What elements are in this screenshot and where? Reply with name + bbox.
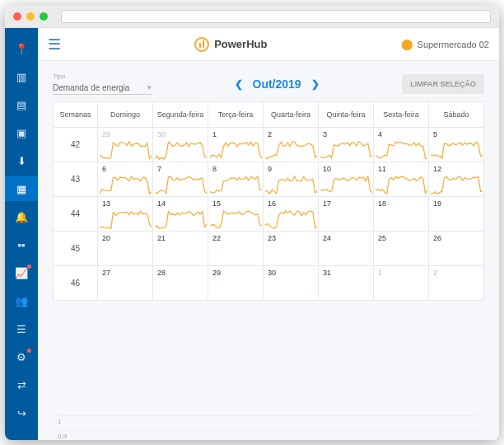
day-number: 30 bbox=[268, 269, 276, 277]
month-label[interactable]: Out/2019 bbox=[253, 77, 301, 91]
calendar-day[interactable]: 14 bbox=[153, 197, 208, 232]
day-number: 26 bbox=[433, 234, 441, 242]
day-number: 27 bbox=[102, 269, 110, 277]
grid-icon[interactable]: ▪▪ bbox=[5, 232, 38, 257]
prev-month-button[interactable]: ❮ bbox=[235, 78, 243, 90]
day-number: 21 bbox=[157, 234, 166, 242]
calendar-header: Sexta-feira bbox=[373, 102, 428, 128]
calendar-day[interactable]: 11 bbox=[373, 162, 428, 197]
day-number: 15 bbox=[212, 199, 221, 208]
day-number: 29 bbox=[212, 269, 221, 277]
day-number: 22 bbox=[212, 234, 221, 242]
day-number: 5 bbox=[433, 130, 437, 138]
day-number: 9 bbox=[268, 165, 272, 173]
gears-icon[interactable]: ⚙ bbox=[5, 344, 38, 369]
calendar-day[interactable]: 27 bbox=[98, 266, 153, 301]
location-selector[interactable]: ⬤ Supermercado 02 bbox=[401, 38, 489, 50]
calendar-day[interactable]: 20 bbox=[98, 232, 153, 266]
next-month-button[interactable]: ❯ bbox=[311, 78, 320, 90]
calendar-day[interactable]: 16 bbox=[263, 197, 318, 232]
calendar-day[interactable]: 24 bbox=[318, 232, 373, 266]
topbar: ☰ PowerHub ⬤ Supermercado 02 bbox=[38, 28, 499, 61]
calendar-header: Semanas bbox=[54, 102, 98, 128]
day-number: 1 bbox=[212, 130, 217, 138]
calendar-day[interactable]: 5 bbox=[428, 128, 483, 162]
calendar-header: Quinta-feira bbox=[318, 102, 373, 128]
calendar-icon[interactable]: ▦ bbox=[5, 176, 38, 201]
logout-icon[interactable]: ↪ bbox=[5, 400, 38, 425]
calendar-day[interactable]: 30 bbox=[263, 266, 318, 301]
calendar-day[interactable]: 8 bbox=[208, 162, 263, 197]
type-select[interactable]: Demanda de energia bbox=[53, 82, 152, 95]
sidebar: 📍▥▤▣⬇▦🔔▪▪📈👥☰⚙⇄↪ bbox=[5, 28, 38, 440]
week-number: 43 bbox=[54, 162, 98, 197]
window-maximize-icon[interactable] bbox=[40, 12, 48, 21]
swap-icon[interactable]: ⇄ bbox=[5, 372, 38, 397]
calendar-day[interactable]: 15 bbox=[208, 197, 263, 232]
week-number: 46 bbox=[54, 266, 98, 301]
calendar-day[interactable]: 26 bbox=[428, 232, 483, 266]
clear-selection-button[interactable]: LIMPAR SELEÇÃO bbox=[402, 74, 484, 94]
sliders-icon[interactable]: ☰ bbox=[5, 316, 38, 341]
calendar-day[interactable]: 28 bbox=[153, 266, 208, 301]
day-number: 25 bbox=[378, 234, 386, 242]
calendar-wrapper: SemanasDomingoSegunda-feiraTerça-feiraQu… bbox=[38, 101, 499, 410]
chart-footer: 1 0,9 bbox=[38, 410, 499, 440]
calendar-day[interactable]: 25 bbox=[373, 232, 428, 266]
window-close-icon[interactable] bbox=[13, 12, 21, 21]
location-pin-icon: ⬤ bbox=[401, 38, 413, 50]
calendar-day[interactable]: 18 bbox=[373, 197, 428, 232]
week-number: 44 bbox=[54, 197, 98, 232]
calendar-table: SemanasDomingoSegunda-feiraTerça-feiraQu… bbox=[53, 101, 484, 301]
document-icon[interactable]: ▤ bbox=[5, 92, 38, 117]
day-number: 24 bbox=[323, 234, 331, 242]
menu-icon[interactable]: ☰ bbox=[48, 35, 61, 54]
calendar-day[interactable]: 13 bbox=[98, 197, 153, 232]
pin-icon[interactable]: 📍 bbox=[5, 36, 38, 61]
day-number: 19 bbox=[433, 199, 441, 208]
url-bar[interactable] bbox=[61, 10, 491, 23]
day-number: 17 bbox=[323, 199, 331, 208]
day-number: 20 bbox=[102, 234, 110, 242]
calendar-day[interactable]: 2 bbox=[428, 266, 483, 301]
app-body: 📍▥▤▣⬇▦🔔▪▪📈👥☰⚙⇄↪ ☰ PowerHub ⬤ Supermercad… bbox=[5, 28, 499, 440]
calendar-day[interactable]: 10 bbox=[318, 162, 373, 197]
calendar-header: Domingo bbox=[98, 102, 153, 128]
brand-logo-icon bbox=[194, 37, 209, 52]
calendar-day[interactable]: 23 bbox=[263, 232, 318, 266]
day-number: 1 bbox=[378, 269, 382, 277]
day-number: 11 bbox=[378, 165, 386, 173]
line-chart-icon[interactable]: 📈 bbox=[5, 260, 38, 285]
calendar-day[interactable]: 1 bbox=[208, 128, 263, 162]
calendar-day[interactable]: 29 bbox=[98, 128, 153, 162]
calendar-header: Terça-feira bbox=[208, 102, 263, 128]
calendar-day[interactable]: 22 bbox=[208, 232, 263, 266]
calendar-day[interactable]: 29 bbox=[208, 266, 263, 301]
calendar-day[interactable]: 31 bbox=[318, 266, 373, 301]
calendar-header: Sábado bbox=[428, 102, 483, 128]
calendar-day[interactable]: 17 bbox=[318, 197, 373, 232]
download-icon[interactable]: ⬇ bbox=[5, 148, 38, 173]
bar-chart-icon[interactable]: ▥ bbox=[5, 64, 38, 89]
calendar-day[interactable]: 12 bbox=[428, 162, 483, 197]
calendar-day[interactable]: 21 bbox=[153, 232, 208, 266]
brand-name: PowerHub bbox=[214, 38, 267, 50]
window-minimize-icon[interactable] bbox=[26, 12, 35, 21]
calendar-day[interactable]: 3 bbox=[318, 128, 373, 162]
day-number: 28 bbox=[157, 269, 166, 277]
calendar-day[interactable]: 7 bbox=[153, 162, 208, 197]
day-number: 2 bbox=[268, 130, 272, 138]
users-icon[interactable]: 👥 bbox=[5, 288, 38, 313]
day-number: 23 bbox=[268, 234, 276, 242]
calendar-day[interactable]: 2 bbox=[263, 128, 318, 162]
type-label: Tipo bbox=[53, 73, 152, 80]
calendar-day[interactable]: 9 bbox=[263, 162, 318, 197]
calendar-day[interactable]: 6 bbox=[98, 162, 153, 197]
controls-row: Tipo Demanda de energia ❮ Out/2019 ❯ LIM… bbox=[38, 61, 499, 101]
calendar-day[interactable]: 1 bbox=[373, 266, 428, 301]
clipboard-icon[interactable]: ▣ bbox=[5, 120, 38, 145]
calendar-day[interactable]: 19 bbox=[428, 197, 483, 232]
calendar-day[interactable]: 4 bbox=[373, 128, 428, 162]
bell-icon[interactable]: 🔔 bbox=[5, 204, 38, 229]
calendar-day[interactable]: 30 bbox=[153, 128, 208, 162]
